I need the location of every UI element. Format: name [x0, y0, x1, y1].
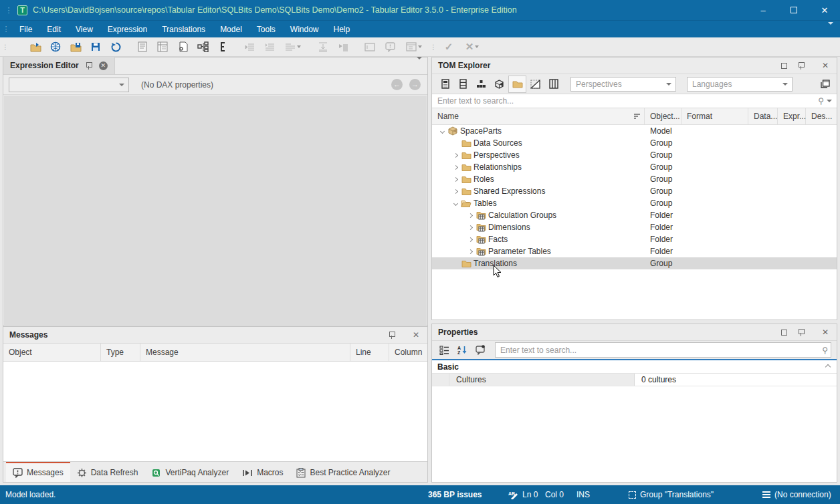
- tree-row-shared-expressions[interactable]: Shared Expressions Group: [432, 185, 837, 197]
- status-ins-mode[interactable]: INS: [576, 485, 590, 504]
- maximize-button[interactable]: [778, 0, 809, 20]
- format-dax-icon[interactable]: [213, 39, 233, 55]
- columns-view-icon[interactable]: [454, 76, 472, 93]
- col-column[interactable]: Column: [389, 344, 427, 361]
- chevron-right-icon[interactable]: [451, 178, 460, 181]
- messages-list[interactable]: [3, 362, 427, 461]
- chevron-right-icon[interactable]: [465, 214, 475, 217]
- col-message[interactable]: Message: [140, 344, 350, 361]
- properties-search-input[interactable]: [496, 346, 822, 355]
- col-line[interactable]: Line: [350, 344, 389, 361]
- menu-view[interactable]: View: [68, 21, 100, 37]
- col-object[interactable]: Object...: [645, 108, 681, 124]
- chevron-right-icon[interactable]: [451, 190, 460, 193]
- kpi-view-icon[interactable]: [490, 76, 508, 93]
- expression-editor-body[interactable]: [4, 96, 427, 325]
- chevron-right-icon[interactable]: [465, 250, 475, 253]
- open-from-database-icon[interactable]: [45, 39, 66, 55]
- save-to-folder-icon[interactable]: [66, 39, 86, 55]
- tree-row-relationships[interactable]: Relationships Group: [432, 161, 837, 173]
- tree-row-roles[interactable]: Roles Group: [432, 173, 837, 185]
- pin-icon[interactable]: [86, 61, 92, 70]
- tree-row-spaceparts[interactable]: SpaceParts Model: [432, 125, 837, 137]
- toolbar-grip-2[interactable]: ⋮: [428, 43, 439, 51]
- col-type[interactable]: Type: [101, 344, 140, 361]
- tree-row-dimensions[interactable]: Dimensions Folder: [432, 221, 837, 233]
- languages-select[interactable]: Languages: [687, 77, 793, 92]
- status-connection[interactable]: (No connection): [762, 485, 831, 504]
- pin-icon[interactable]: [798, 328, 805, 336]
- category-basic[interactable]: Basic: [432, 360, 837, 374]
- menu-translations[interactable]: Translations: [154, 21, 213, 37]
- col-des[interactable]: Des...: [806, 108, 837, 124]
- tree-row-data-sources[interactable]: Data Sources Group: [432, 137, 837, 149]
- hierarchies-view-icon[interactable]: [472, 76, 490, 93]
- chevron-down-icon[interactable]: [451, 202, 460, 205]
- close-panel-icon[interactable]: ✕: [413, 331, 419, 339]
- dax-property-combobox[interactable]: [9, 78, 129, 92]
- tab-vertipaq-analyzer[interactable]: VertiPaq Analyzer: [144, 462, 235, 482]
- close-button[interactable]: ✕: [809, 0, 840, 20]
- maximize-panel-icon[interactable]: [781, 63, 787, 69]
- menu-model[interactable]: Model: [213, 21, 249, 37]
- property-value[interactable]: 0 cultures: [635, 374, 837, 386]
- search-icon[interactable]: ⚲: [822, 346, 828, 355]
- open-file-icon[interactable]: [25, 39, 45, 55]
- menu-overflow-icon[interactable]: [828, 25, 833, 34]
- close-panel-icon[interactable]: ✕: [822, 328, 829, 336]
- pivot-grid-icon[interactable]: [152, 39, 173, 55]
- tab-messages[interactable]: Messages: [6, 462, 70, 482]
- menu-help[interactable]: Help: [326, 21, 358, 37]
- status-bp-issues[interactable]: 365 BP issues: [428, 485, 482, 504]
- chevron-down-icon[interactable]: [437, 130, 447, 133]
- col-name[interactable]: Name: [432, 108, 645, 124]
- col-format[interactable]: Format: [681, 108, 748, 124]
- search-options-icon[interactable]: [827, 100, 832, 102]
- save-database-icon[interactable]: [86, 39, 106, 55]
- tab-data-refresh[interactable]: Data Refresh: [70, 462, 145, 482]
- col-data[interactable]: Data...: [748, 108, 778, 124]
- categorized-view-icon[interactable]: [435, 342, 453, 358]
- minimize-button[interactable]: –: [748, 0, 778, 20]
- col-expr[interactable]: Expr...: [778, 108, 806, 124]
- display-folders-icon[interactable]: [508, 76, 526, 93]
- collapse-icon[interactable]: [825, 364, 831, 369]
- pin-icon[interactable]: [798, 61, 805, 70]
- chevron-right-icon[interactable]: [451, 166, 460, 169]
- tree-row-parameter-tables[interactable]: Parameter Tables Folder: [432, 245, 837, 257]
- refresh-icon[interactable]: [106, 39, 126, 55]
- nav-forward-icon[interactable]: →: [409, 79, 421, 90]
- tree-row-facts[interactable]: Facts Folder: [432, 233, 837, 245]
- toolbar-grip[interactable]: ⋮: [0, 43, 11, 51]
- menu-window[interactable]: Window: [283, 21, 326, 37]
- menu-tools[interactable]: Tools: [249, 21, 283, 37]
- tom-search-input[interactable]: [432, 96, 818, 106]
- tree-row-tables[interactable]: Tables Group: [432, 197, 837, 209]
- chevron-right-icon[interactable]: [465, 226, 475, 229]
- tab-expression-editor[interactable]: Expression Editor ✕: [3, 57, 115, 74]
- col-object[interactable]: Object: [3, 344, 101, 361]
- menubar-grip[interactable]: ⋮: [0, 25, 12, 33]
- property-row-cultures[interactable]: Cultures 0 cultures: [432, 374, 837, 386]
- tabstrip-dropdown-icon[interactable]: [417, 59, 422, 69]
- partitions-view-icon[interactable]: [526, 76, 544, 93]
- close-panel-icon[interactable]: ✕: [822, 61, 829, 70]
- script-document-icon[interactable]: [132, 39, 152, 55]
- close-tab-icon[interactable]: ✕: [99, 61, 108, 70]
- menu-expression[interactable]: Expression: [100, 21, 154, 37]
- tree-row-perspectives[interactable]: Perspectives Group: [432, 149, 837, 161]
- menu-file[interactable]: File: [12, 21, 39, 37]
- chevron-right-icon[interactable]: [451, 154, 460, 157]
- measures-view-icon[interactable]: [436, 76, 454, 93]
- tab-macros[interactable]: Macros: [235, 462, 290, 482]
- menu-edit[interactable]: Edit: [39, 21, 68, 37]
- hierarchy-diagram-icon[interactable]: [193, 39, 213, 55]
- chevron-right-icon[interactable]: [465, 238, 475, 241]
- table-columns-view-icon[interactable]: [544, 76, 562, 93]
- tree-row-calculation-groups[interactable]: Calculation Groups Folder: [432, 209, 837, 221]
- new-expression-icon[interactable]: [173, 39, 193, 55]
- sort-az-icon[interactable]: AZ: [453, 342, 471, 358]
- perspectives-select[interactable]: Perspectives: [570, 77, 676, 92]
- description-bubble-icon[interactable]: [471, 342, 490, 358]
- search-icon[interactable]: ⚲: [818, 96, 824, 106]
